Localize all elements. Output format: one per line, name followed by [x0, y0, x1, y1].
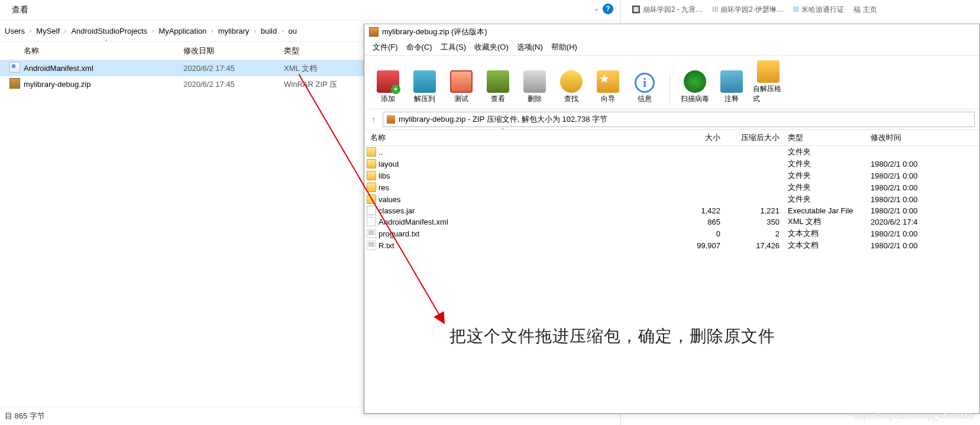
archive-file-date: 1980/2/1 0:00: [867, 241, 979, 250]
window-title: mylibrary-debug.zip (评估版本): [382, 27, 487, 37]
toolbar: 添加解压到测试查看删除查找向导i信息扫描病毒注释自解压格式: [364, 56, 979, 109]
rar-column-headers: ⌃ 名称 大小 压缩后大小 类型 修改时间: [364, 130, 979, 146]
watermark: https://blog.csdn.net/qq_42438039: [855, 411, 973, 420]
rar-column-packed[interactable]: 压缩后大小: [725, 132, 784, 143]
rar-column-size[interactable]: 大小: [687, 132, 725, 143]
archive-row[interactable]: proguard.txt 0 2 文本文档 1980/2/1 0:00: [364, 228, 979, 239]
archive-file-date: 1980/2/1 0:00: [867, 171, 979, 180]
file-icon: [367, 217, 376, 226]
breadcrumb-item[interactable]: build: [256, 24, 282, 38]
menu-favorites[interactable]: 收藏夹(O): [471, 41, 512, 54]
file-date: 2020/6/2 17:45: [183, 80, 284, 89]
menu-help[interactable]: 帮助(H): [548, 41, 581, 54]
file-icon: [367, 229, 376, 238]
archive-file-name: layout: [379, 160, 687, 168]
toolbar-button[interactable]: 解压到: [408, 69, 441, 105]
toolbar-icon: [684, 70, 706, 93]
archive-file-name: proguard.txt: [379, 229, 687, 238]
archive-file-type: 文本文档: [784, 240, 867, 251]
archive-row[interactable]: layout 文件夹 1980/2/1 0:00: [364, 158, 979, 170]
breadcrumb-item[interactable]: AndroidStudioProjects: [66, 24, 152, 38]
toolbar-icon: [523, 70, 546, 93]
menu-file[interactable]: 文件(F): [369, 41, 402, 54]
sort-indicator-icon: ⌃: [500, 127, 505, 133]
chevron-down-icon[interactable]: ⌄: [594, 5, 599, 12]
browser-tab[interactable]: III米哈游通行证: [793, 5, 844, 15]
column-header-date[interactable]: 修改日期: [183, 46, 284, 56]
sort-indicator-icon: ⌃: [104, 39, 109, 45]
file-icon: [367, 206, 376, 215]
archive-file-name: AndroidManifest.xml: [379, 218, 687, 226]
status-text: 目 865 字节: [5, 411, 45, 420]
toolbar-button[interactable]: 自解压格式: [752, 59, 785, 105]
file-icon: [367, 147, 376, 157]
file-icon: [367, 171, 376, 180]
toolbar-icon: [720, 70, 743, 93]
annotation-text: 把这个文件拖进压缩包，确定，删除原文件: [449, 325, 775, 348]
toolbar-label: 查看: [491, 94, 505, 104]
breadcrumb-item[interactable]: mylibrary: [214, 24, 254, 38]
toolbar-button[interactable]: i信息: [628, 72, 661, 105]
help-icon[interactable]: ?: [603, 4, 613, 14]
archive-file-name: values: [379, 195, 687, 204]
archive-file-size: 865: [687, 218, 725, 226]
archive-row[interactable]: classes.jar 1,422 1,221 Executable Jar F…: [364, 205, 979, 216]
menu-tools[interactable]: 工具(S): [437, 41, 470, 54]
toolbar-label: 信息: [638, 94, 652, 104]
archive-file-type: 文件夹: [784, 194, 867, 205]
archive-row[interactable]: .. 文件夹: [364, 146, 979, 158]
toolbar-button[interactable]: 查看: [481, 69, 515, 105]
rar-column-name[interactable]: 名称: [364, 132, 687, 143]
breadcrumb-item[interactable]: MySelf: [31, 24, 64, 38]
archive-row[interactable]: AndroidManifest.xml 865 350 XML 文档 2020/…: [364, 216, 979, 228]
toolbar-label: 删除: [528, 94, 542, 104]
browser-tab[interactable]: 🔲崩坏学园2 - 九霄…: [632, 5, 703, 15]
rar-column-type[interactable]: 类型: [784, 132, 867, 143]
archive-file-name: res: [379, 183, 687, 192]
toolbar-button[interactable]: 查找: [555, 69, 588, 105]
file-icon: [367, 159, 376, 168]
archive-file-type: 文件夹: [784, 170, 867, 181]
toolbar-label: 解压到: [414, 94, 435, 104]
archive-file-size: 99,907: [687, 241, 725, 250]
ribbon-tab-view[interactable]: 查看: [12, 5, 28, 15]
archive-row[interactable]: libs 文件夹 1980/2/1 0:00: [364, 170, 979, 181]
address-field[interactable]: mylibrary-debug.zip - ZIP 压缩文件, 解包大小为 10…: [383, 112, 975, 127]
toolbar-separator: [669, 74, 670, 105]
browser-tab[interactable]: 福主页: [853, 5, 877, 15]
toolbar-button[interactable]: 添加: [371, 69, 405, 105]
archive-file-date: 1980/2/1 0:00: [867, 229, 979, 238]
archive-file-name: classes.jar: [379, 206, 687, 215]
archive-row[interactable]: res 文件夹 1980/2/1 0:00: [364, 181, 979, 193]
archive-file-packed: 2: [725, 229, 784, 238]
address-text: mylibrary-debug.zip - ZIP 压缩文件, 解包大小为 10…: [399, 114, 607, 125]
breadcrumb-item[interactable]: ou: [284, 24, 302, 38]
archive-file-date: 1980/2/1 0:00: [867, 206, 979, 215]
archive-row[interactable]: values 文件夹 1980/2/1 0:00: [364, 193, 979, 205]
rar-column-date[interactable]: 修改时间: [867, 132, 979, 143]
toolbar-button[interactable]: 测试: [445, 69, 478, 105]
browser-tab-strip: 🔲崩坏学园2 - 九霄… III崩坏学园2-伊瑟琳… III米哈游通行证 福主页: [627, 0, 980, 19]
toolbar-label: 向导: [601, 94, 615, 104]
toolbar-button[interactable]: 向导: [591, 69, 625, 105]
column-header-name[interactable]: 名称: [0, 46, 183, 56]
file-icon: [367, 183, 376, 192]
archive-file-type: 文本文档: [784, 228, 867, 239]
toolbar-button[interactable]: 扫描病毒: [678, 69, 711, 105]
toolbar-button[interactable]: 注释: [715, 69, 748, 105]
toolbar-icon: [560, 70, 583, 93]
browser-tab[interactable]: III崩坏学园2-伊瑟琳…: [712, 5, 784, 15]
menu-commands[interactable]: 命令(C): [403, 41, 436, 54]
breadcrumb-item[interactable]: Users: [0, 24, 30, 38]
breadcrumb-item[interactable]: MyApplication: [154, 24, 211, 38]
file-icon: [367, 194, 376, 204]
archive-row[interactable]: R.txt 99,907 17,426 文本文档 1980/2/1 0:00: [364, 239, 979, 251]
archive-file-size: 0: [687, 229, 725, 238]
up-arrow-icon[interactable]: ↑: [369, 115, 378, 124]
window-titlebar[interactable]: mylibrary-debug.zip (评估版本): [364, 24, 979, 40]
archive-file-date: 1980/2/1 0:00: [867, 160, 979, 168]
menu-options[interactable]: 选项(N): [513, 41, 546, 54]
toolbar-label: 自解压格式: [753, 84, 784, 104]
toolbar-button[interactable]: 删除: [518, 69, 551, 105]
archive-file-date: 1980/2/1 0:00: [867, 183, 979, 192]
